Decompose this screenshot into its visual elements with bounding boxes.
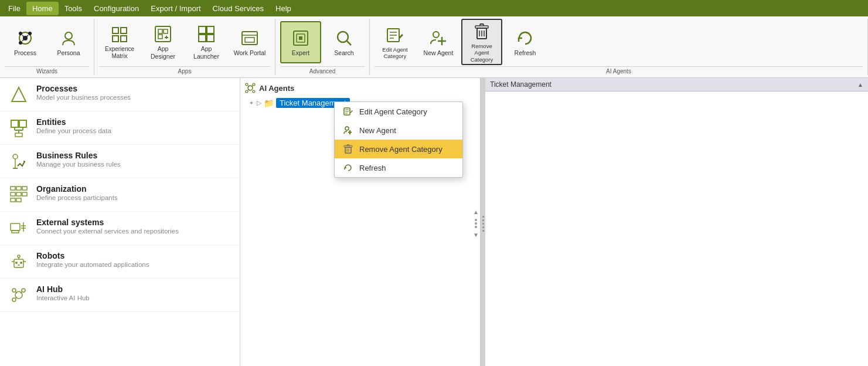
scroll-up-arrow[interactable]: ▲	[473, 209, 479, 215]
menu-configuration[interactable]: Configuration	[88, 2, 145, 15]
svg-point-75	[18, 255, 20, 257]
ribbon-btn-refresh[interactable]: Refresh	[505, 21, 546, 63]
processes-icon	[8, 84, 29, 105]
ribbon-group-apps: Experience Matrix App Designer	[94, 19, 275, 75]
ribbon-btn-search[interactable]: Search	[324, 21, 365, 63]
sidebar-item-robots[interactable]: Robots Integrate your automated applicat…	[0, 245, 240, 279]
tree-node-expand-marker: ▷	[257, 99, 261, 107]
sidebar-item-entities[interactable]: Entities Define your process data	[0, 111, 240, 145]
svg-point-86	[246, 83, 248, 86]
ribbon-btn-app-launcher[interactable]: App Launcher	[186, 21, 227, 63]
external-systems-icon	[8, 218, 29, 239]
svg-rect-47	[11, 120, 18, 127]
ribbon-btn-work-portal[interactable]: Work Portal	[229, 21, 270, 63]
svg-rect-60	[16, 192, 21, 196]
scroll-down-arrow[interactable]: ▼	[473, 232, 479, 238]
body-layout: Processes Model your business processes …	[0, 78, 868, 366]
edit-agent-category-icon	[386, 26, 404, 45]
robots-icon	[8, 251, 29, 272]
ai-hub-icon	[8, 284, 29, 306]
svg-line-30	[347, 41, 351, 45]
svg-rect-63	[22, 187, 27, 190]
svg-rect-28	[299, 36, 302, 40]
menu-export-import[interactable]: Export / Import	[145, 2, 206, 15]
ribbon: Process Persona Wizards	[0, 16, 868, 78]
tree-header: AI Agents	[245, 83, 475, 93]
robots-title: Robots	[36, 251, 149, 260]
persona-icon	[59, 29, 78, 48]
svg-line-7	[22, 39, 24, 41]
context-menu-refresh[interactable]: Refresh	[335, 158, 462, 177]
expert-icon	[291, 29, 310, 48]
ribbon-btn-app-designer[interactable]: App Designer	[142, 21, 183, 63]
sidebar-item-processes[interactable]: Processes Model your business processes	[0, 78, 240, 111]
ribbon-btn-persona[interactable]: Persona	[48, 21, 89, 63]
main-content: AI Agents + ▷ 📁 Ticket Management	[240, 78, 868, 366]
business-rules-icon	[8, 151, 29, 172]
sidebar-item-external-systems[interactable]: External systems Connect your external s…	[0, 212, 240, 245]
tree-expander[interactable]: +	[247, 99, 256, 107]
svg-point-89	[253, 90, 255, 93]
tree-scroll-handle[interactable]: ▲ ▼	[472, 209, 480, 238]
svg-rect-57	[11, 187, 15, 190]
scroll-indicator	[475, 219, 477, 228]
menu-home[interactable]: Home	[26, 2, 59, 15]
entities-title: Entities	[36, 117, 111, 127]
svg-rect-16	[158, 35, 162, 39]
svg-rect-22	[207, 35, 214, 42]
svg-rect-62	[16, 198, 21, 202]
context-menu-new-agent[interactable]: New Agent	[335, 121, 462, 140]
processes-title: Processes	[36, 84, 131, 93]
ribbon-btn-experience-matrix[interactable]: Experience Matrix	[99, 21, 140, 63]
sidebar-item-business-rules[interactable]: Business Rules Manage your business rule…	[0, 145, 240, 178]
sidebar-item-organization[interactable]: Organization Define process participants	[0, 178, 240, 212]
sidebar-item-ai-hub[interactable]: AI Hub Interactive AI Hub	[0, 279, 240, 312]
sidebar: Processes Model your business processes …	[0, 78, 240, 366]
svg-point-81	[12, 298, 16, 301]
organization-desc: Define process participants	[36, 194, 118, 201]
svg-point-29	[338, 32, 348, 42]
work-portal-icon	[240, 29, 259, 48]
resize-handle[interactable]	[481, 78, 485, 366]
new-agent-icon	[429, 29, 448, 48]
svg-rect-25	[245, 38, 254, 42]
app-designer-icon	[154, 25, 172, 43]
svg-point-87	[253, 83, 255, 86]
search-icon	[335, 29, 353, 48]
svg-point-79	[12, 289, 16, 292]
new-agent-cm-icon	[343, 125, 353, 135]
ribbon-btn-edit-agent-category[interactable]: Edit Agent Category	[375, 21, 416, 63]
ai-hub-desc: Interactive AI Hub	[36, 294, 90, 301]
ribbon-group-advanced: Expert Search Advanced	[275, 19, 370, 75]
menu-file[interactable]: File	[2, 2, 26, 15]
ribbon-btn-remove-agent-category[interactable]: Remove Agent Category	[461, 19, 502, 65]
organization-title: Organization	[36, 184, 118, 194]
svg-line-5	[22, 35, 24, 37]
svg-rect-48	[19, 120, 26, 127]
right-panel-scroll-up[interactable]: ▲	[857, 82, 863, 88]
svg-rect-65	[11, 223, 20, 231]
context-menu-edit-agent-category[interactable]: Edit Agent Category	[335, 102, 462, 121]
svg-rect-64	[22, 192, 27, 196]
ribbon-btn-new-agent[interactable]: New Agent	[418, 21, 459, 63]
right-panel-header: Ticket Management ▲	[485, 78, 868, 92]
business-rules-title: Business Rules	[36, 151, 121, 160]
external-systems-desc: Connect your external services and repos…	[36, 228, 179, 235]
context-menu-remove-agent-category[interactable]: Remove Agent Category	[335, 140, 462, 158]
robots-desc: Integrate your automated applications	[36, 261, 149, 268]
menu-help[interactable]: Help	[270, 2, 297, 15]
external-systems-title: External systems	[36, 218, 179, 227]
right-panel-content	[485, 92, 868, 366]
menu-tools[interactable]: Tools	[59, 2, 88, 15]
svg-rect-14	[158, 29, 162, 33]
remove-category-cm-icon	[343, 144, 353, 154]
menu-cloud-services[interactable]: Cloud Services	[207, 2, 270, 15]
ribbon-btn-process[interactable]: Process	[5, 21, 46, 63]
ribbon-btn-expert[interactable]: Expert	[280, 21, 321, 63]
organization-icon	[8, 184, 29, 205]
svg-rect-10	[121, 28, 127, 33]
ribbon-group-ai-agents: Edit Agent Category New Agent	[370, 19, 868, 75]
svg-point-35	[433, 32, 439, 38]
entities-icon	[8, 117, 29, 138]
svg-rect-66	[12, 231, 19, 233]
